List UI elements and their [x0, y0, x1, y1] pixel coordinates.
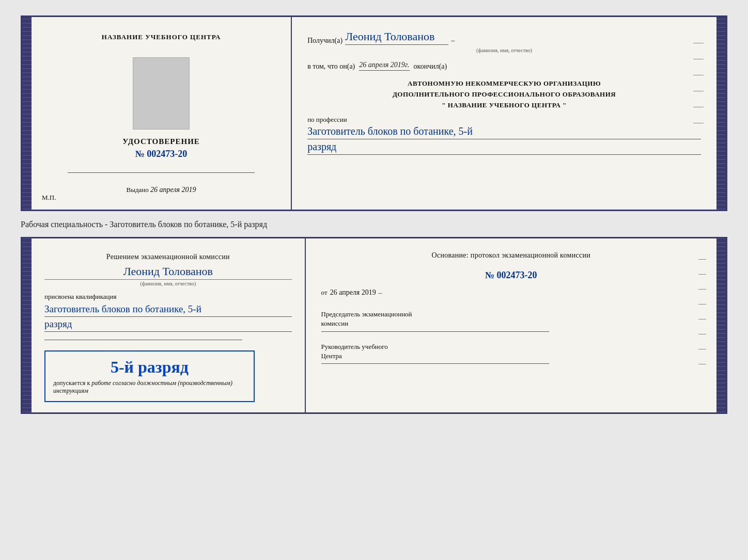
rukovoditel-sign-line	[321, 363, 549, 364]
dash-right: –	[379, 289, 382, 297]
okoncil-text: окончил(а)	[414, 62, 447, 71]
cert-spine-left	[22, 17, 32, 210]
prisvoena-text: присвоена квалификация	[44, 293, 292, 301]
mp-label: М.П.	[42, 194, 56, 202]
osnovanie-title: Основание: протокол экзаменационной коми…	[321, 251, 701, 260]
deco-sm-6	[698, 334, 706, 334]
po-professii-label: по профессии	[307, 116, 701, 124]
qual-razryad: разряд	[44, 318, 292, 332]
rukovoditel-line2: Центра	[321, 352, 342, 360]
vydano-row: Выдано 26 апреля 2019	[127, 186, 196, 194]
cert-spine-right	[716, 17, 726, 210]
avt-line3: " НАЗВАНИЕ УЧЕБНОГО ЦЕНТРА "	[442, 101, 566, 109]
qual-left-page: Решением экзаменационной комиссии Леонид…	[32, 238, 306, 412]
udostoverenie-title: УДОСТОВЕРЕНИЕ	[122, 137, 200, 146]
deco-sm-4	[698, 304, 706, 305]
vtom-date: 26 апреля 2019г.	[359, 61, 409, 71]
vydano-date: 26 апреля 2019	[150, 186, 196, 194]
dash-decor: –	[451, 37, 455, 45]
deco-line-1	[693, 43, 704, 43]
vtom-row: в том, что он(а) 26 апреля 2019г. окончи…	[307, 61, 701, 71]
right-deco-lines	[693, 43, 704, 123]
deco-sm-2	[698, 274, 706, 275]
deco-line-2	[693, 59, 704, 59]
avt-line1: АВТОНОМНУЮ НЕКОММЕРЧЕСКУЮ ОРГАНИЗАЦИЮ	[408, 79, 601, 87]
razryad-value: разряд	[307, 141, 701, 155]
deco-sm-1	[698, 259, 706, 260]
rukovoditel-label: Руководитель учебного Центра	[321, 342, 701, 361]
photo-placeholder	[133, 57, 190, 130]
avtonomnuyu-block: АВТОНОМНУЮ НЕКОММЕРЧЕСКУЮ ОРГАНИЗАЦИЮ ДО…	[307, 78, 701, 110]
deco-sm-5	[698, 319, 706, 319]
predsedatel-line1: Председатель экзаменационной	[321, 310, 412, 318]
top-certificate: НАЗВАНИЕ УЧЕБНОГО ЦЕНТРА УДОСТОВЕРЕНИЕ №…	[21, 15, 727, 211]
komisii-name: Леонид Толованов	[44, 265, 292, 278]
poluchil-name: Леонид Толованов	[345, 30, 448, 45]
deco-line-5	[693, 107, 704, 107]
vydano-label: Выдано	[127, 186, 149, 194]
cert-center-title: НАЗВАНИЕ УЧЕБНОГО ЦЕНТРА	[102, 33, 221, 42]
professiya-value: Заготовитель блоков по ботанике, 5-й	[307, 125, 701, 139]
dopuskaetsya-prefix: допускается к	[53, 379, 90, 387]
predsedatel-label: Председатель экзаменационной комиссии	[321, 310, 701, 328]
qual-spine-right	[716, 238, 726, 412]
qual-sign-line	[44, 340, 242, 340]
poluchil-row: Получил(а) Леонид Толованов –	[307, 30, 701, 45]
deco-sm-8	[698, 364, 706, 364]
cert-right-page: Получил(а) Леонид Толованов – (фамилия, …	[292, 17, 716, 210]
ot-date-row: от 26 апреля 2019 –	[321, 289, 701, 297]
vtom-prefix: в том, что он(а)	[307, 62, 355, 71]
qualification-book: Решением экзаменационной комиссии Леонид…	[21, 237, 727, 414]
rank-number: 5-й разряд	[53, 358, 246, 377]
protocol-number: № 002473-20	[321, 270, 701, 281]
udostoverenie-number: № 002473-20	[135, 149, 188, 159]
rank-box: 5-й разряд допускается к работе согласно…	[44, 350, 255, 402]
dopuskaetsya-text: допускается к работе согласно должностны…	[53, 379, 246, 395]
fio-sub-bottom: (фамилия, имя, отчество)	[44, 279, 292, 286]
deco-sm-3	[698, 289, 706, 290]
qual-profession: Заготовитель блоков по ботанике, 5-й	[44, 303, 292, 317]
deco-line-4	[693, 91, 704, 91]
ot-date: 26 апреля 2019	[330, 289, 376, 297]
right-deco-bottom	[698, 259, 706, 364]
fio-label-top: (фамилия, имя, отчество)	[307, 47, 701, 53]
sign-line	[68, 172, 255, 173]
specialty-text: Рабочая специальность - Заготовитель бло…	[21, 217, 727, 232]
document-container: НАЗВАНИЕ УЧЕБНОГО ЦЕНТРА УДОСТОВЕРЕНИЕ №…	[10, 10, 738, 419]
deco-sm-7	[698, 349, 706, 349]
qual-spine-left	[22, 238, 32, 412]
predsedatel-line2: комиссии	[321, 319, 349, 327]
deco-line-6	[693, 123, 704, 123]
ot-prefix: от	[321, 289, 328, 297]
cert-left-page: НАЗВАНИЕ УЧЕБНОГО ЦЕНТРА УДОСТОВЕРЕНИЕ №…	[32, 17, 292, 210]
rukovoditel-line1: Руководитель учебного	[321, 343, 388, 350]
qual-right-page: Основание: протокол экзаменационной коми…	[306, 238, 716, 412]
poluchil-prefix: Получил(а)	[307, 37, 342, 45]
resheniem-text: Решением экзаменационной комиссии	[44, 251, 292, 262]
predsedatel-sign-line	[321, 331, 549, 332]
avt-line2: ДОПОЛНИТЕЛЬНОГО ПРОФЕССИОНАЛЬНОГО ОБРАЗО…	[393, 90, 616, 98]
deco-line-3	[693, 75, 704, 75]
